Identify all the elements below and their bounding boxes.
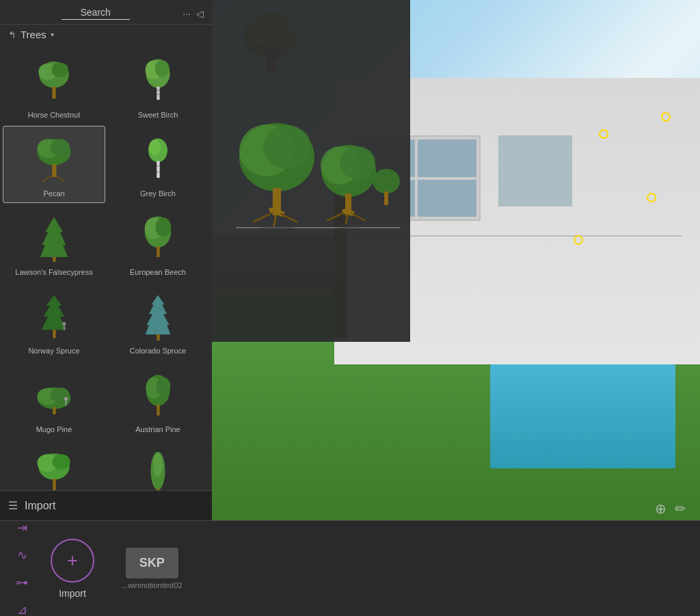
hamburger-icon[interactable]: ☰ [8, 499, 18, 512]
tree-item-mugo-pine[interactable]: Mugo Pine [3, 362, 105, 439]
bottom-icon-3[interactable]: ⊶ [14, 574, 30, 591]
svg-point-60 [52, 454, 70, 470]
tree-item-norway-spruce[interactable]: Norway Spruce [3, 283, 105, 360]
tree-icon-colorado-spruce [131, 289, 185, 344]
tree-item-sweet-birch[interactable]: Sweet Birch [107, 47, 209, 124]
tree-item-pecan[interactable]: Pecan [3, 126, 105, 203]
sidebar-header: Search ··· ◁ [0, 0, 212, 25]
bottom-icon-4[interactable]: ⊿ [14, 602, 30, 617]
bottom-bar: ⇥ ∿ ⊶ ⊿ + Import SKP ...winmotiontest02 [0, 520, 700, 616]
search-container: Search [8, 7, 183, 20]
tree-icon-pecan [27, 132, 81, 187]
svg-point-16 [334, 227, 364, 231]
svg-point-40 [156, 217, 172, 237]
tree-item-colorado-spruce[interactable]: Colorado Spruce [107, 283, 209, 360]
svg-rect-37 [53, 257, 55, 262]
svg-rect-41 [157, 246, 159, 257]
skp-filename: ...winmotiontest02 [122, 581, 183, 589]
svg-rect-26 [157, 94, 159, 95]
svg-rect-33 [157, 161, 159, 178]
search-label[interactable]: Search [62, 7, 130, 20]
more-icon[interactable]: ··· [183, 8, 191, 19]
svg-point-50 [51, 388, 70, 403]
svg-point-8 [340, 146, 375, 179]
svg-point-56 [156, 377, 170, 397]
edit-tool-icon[interactable]: ✏ [675, 500, 686, 517]
ui-marker-2[interactable] [599, 129, 608, 139]
tree-item-european-beech[interactable]: European Beech [107, 204, 209, 282]
tree-item-austrian-pine[interactable]: Austrian Pine [107, 362, 209, 439]
import-bar-label[interactable]: Import [25, 500, 55, 512]
svg-rect-34 [157, 165, 159, 167]
svg-point-44 [62, 322, 66, 325]
tree-name-colorado-spruce: Colorado Spruce [130, 347, 187, 355]
svg-rect-13 [384, 191, 388, 205]
tree-name-lawsons: Lawson's Falsecypress [15, 268, 92, 276]
skp-file: SKP ...winmotiontest02 [122, 548, 183, 589]
skp-badge[interactable]: SKP [126, 548, 178, 578]
import-bar: ☰ Import [0, 490, 212, 520]
svg-rect-43 [53, 330, 55, 338]
tree-detail-svg [222, 103, 400, 239]
svg-point-12 [373, 169, 400, 193]
svg-point-29 [51, 139, 70, 156]
tree-name-pecan: Pecan [43, 189, 64, 198]
tree-grid: Horse Chestnut Sweet Birch [0, 44, 212, 520]
tree-icon-austrian-pine [131, 368, 185, 423]
dropdown-arrow-icon[interactable]: ▾ [51, 31, 54, 38]
category-row: ↰ Trees ▾ [0, 25, 212, 44]
collapse-icon[interactable]: ◁ [196, 8, 204, 19]
svg-point-63 [153, 453, 163, 477]
tree-icon-mugo-pine [27, 368, 81, 423]
plus-icon: + [67, 551, 78, 570]
svg-rect-20 [52, 87, 55, 99]
tree-icon-sweet-birch [131, 53, 185, 108]
tree-icon-lawsons [27, 211, 81, 265]
tree-icon-horse-chestnut [27, 53, 81, 108]
svg-rect-51 [53, 407, 55, 415]
tree-detail-popup [212, 0, 410, 342]
tree-name-grey-birch: Grey Birch [140, 189, 176, 198]
viewport-tools: ⊕ ✏ [655, 500, 686, 517]
sidebar: Search ··· ◁ ↰ Trees ▾ Horse Chestnut [0, 0, 212, 520]
tree-name-horse-chestnut: Horse Chestnut [28, 111, 80, 119]
svg-point-19 [52, 63, 69, 77]
bottom-icon-1[interactable]: ⇥ [14, 520, 30, 536]
move-tool-icon[interactable]: ⊕ [655, 500, 667, 517]
svg-marker-36 [40, 217, 68, 257]
svg-rect-47 [157, 334, 159, 340]
tree-name-sweet-birch: Sweet Birch [138, 111, 178, 119]
tree-icon-european-beech [131, 211, 185, 265]
tree-item-grey-birch[interactable]: Grey Birch [107, 126, 209, 203]
import-circle-button[interactable]: + [51, 539, 94, 582]
svg-rect-30 [52, 164, 56, 177]
ui-marker-1[interactable] [661, 112, 671, 122]
back-icon[interactable]: ↰ [8, 29, 16, 40]
tree-item-lawsons[interactable]: Lawson's Falsecypress [3, 204, 105, 282]
svg-rect-45 [64, 325, 65, 330]
import-section: + Import [51, 539, 94, 599]
tree-icon-norway-spruce [27, 289, 81, 344]
tree-name-mugo-pine: Mugo Pine [36, 425, 72, 433]
tree-item-horse-chestnut[interactable]: Horse Chestnut [3, 47, 105, 124]
svg-point-2 [263, 125, 311, 169]
tree-icon-grey-birch [131, 132, 185, 187]
svg-point-52 [64, 397, 68, 401]
header-icons: ··· ◁ [183, 8, 204, 19]
bottom-icon-2[interactable]: ∿ [14, 547, 30, 563]
tree-name-european-beech: European Beech [130, 268, 186, 276]
bottom-left-icons: ⇥ ∿ ⊶ ⊿ [14, 520, 30, 617]
svg-rect-57 [157, 405, 159, 416]
import-label: Import [59, 588, 86, 599]
svg-rect-53 [66, 401, 67, 406]
tree-name-norway-spruce: Norway Spruce [28, 347, 79, 355]
category-label[interactable]: Trees [21, 29, 46, 40]
svg-point-15 [256, 226, 297, 232]
svg-rect-25 [157, 90, 159, 91]
ui-marker-3[interactable] [647, 193, 656, 202]
svg-rect-24 [157, 87, 159, 100]
ui-marker-4[interactable] [574, 235, 583, 245]
svg-rect-35 [157, 172, 159, 173]
tree-name-austrian-pine: Austrian Pine [135, 425, 180, 433]
svg-marker-46 [146, 295, 171, 335]
